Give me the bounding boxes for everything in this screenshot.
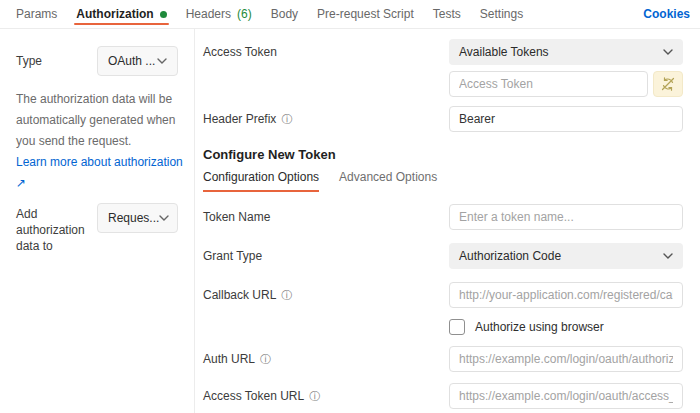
auth-type-label: Type	[16, 54, 42, 68]
request-tab-bar: Params Authorization Headers (6) Body Pr…	[0, 0, 700, 29]
auth-type-value: OAuth ...	[108, 54, 155, 68]
info-icon: ⓘ	[281, 290, 292, 301]
add-auth-data-dropdown[interactable]: Reques...	[97, 203, 178, 233]
info-icon: ⓘ	[309, 391, 320, 402]
grant-type-label: Grant Type	[203, 249, 449, 263]
configure-new-token-heading: Configure New Token	[203, 147, 683, 162]
authorize-browser-row: Authorize using browser	[203, 319, 683, 335]
add-auth-data-label: Add authorization data to	[16, 203, 97, 254]
tab-authorization[interactable]: Authorization	[76, 0, 166, 28]
authorize-browser-checkbox[interactable]	[449, 319, 465, 335]
tab-label: Pre-request Script	[317, 7, 414, 21]
callback-url-row: Callback URL ⓘ	[203, 282, 683, 308]
access-token-url-label: Access Token URL ⓘ	[203, 389, 449, 403]
learn-more-authorization-link[interactable]: Learn more about authorization ↗	[16, 152, 188, 194]
tab-pre-request-script[interactable]: Pre-request Script	[317, 0, 414, 28]
sync-token-disabled-button[interactable]	[653, 71, 683, 97]
header-prefix-input[interactable]	[449, 106, 683, 132]
available-tokens-value: Available Tokens	[459, 45, 549, 59]
auth-description-text: The authorization data will be automatic…	[16, 92, 175, 148]
grant-type-dropdown[interactable]: Authorization Code	[449, 243, 683, 269]
access-token-label: Access Token	[203, 45, 449, 59]
oauth-config-panel: Access Token Available Tokens	[195, 29, 700, 413]
tab-label: Body	[271, 7, 298, 21]
available-tokens-dropdown[interactable]: Available Tokens	[449, 39, 683, 65]
access-token-input[interactable]	[449, 71, 648, 97]
token-name-input[interactable]	[449, 204, 683, 230]
tab-body[interactable]: Body	[271, 0, 298, 28]
sync-disabled-icon	[660, 76, 676, 92]
headers-count-badge: (6)	[237, 7, 252, 21]
info-icon: ⓘ	[260, 354, 271, 365]
header-prefix-label: Header Prefix ⓘ	[203, 112, 449, 126]
tab-label: Headers	[186, 7, 231, 21]
tabbar-spacer	[542, 0, 643, 28]
subtab-configuration-options[interactable]: Configuration Options	[203, 170, 319, 192]
access-token-url-row: Access Token URL ⓘ	[203, 383, 683, 409]
tab-params[interactable]: Params	[16, 0, 57, 28]
tab-label: Params	[16, 7, 57, 21]
access-token-row: Access Token Available Tokens	[203, 39, 683, 65]
tab-label: Tests	[433, 7, 461, 21]
auth-url-label-text: Auth URL	[203, 352, 255, 366]
auth-description: The authorization data will be automatic…	[16, 89, 188, 194]
token-name-label: Token Name	[203, 210, 449, 224]
auth-type-row: Type OAuth ...	[16, 46, 178, 76]
auth-url-input[interactable]	[449, 346, 683, 372]
tab-label: Authorization	[76, 7, 153, 21]
callback-url-label-text: Callback URL	[203, 288, 276, 302]
chevron-down-icon	[157, 58, 167, 64]
tab-headers[interactable]: Headers (6)	[186, 0, 252, 28]
authorize-browser-label: Authorize using browser	[475, 320, 604, 334]
cookies-link[interactable]: Cookies	[643, 0, 690, 28]
callback-url-label: Callback URL ⓘ	[203, 288, 449, 302]
auth-type-dropdown[interactable]: OAuth ...	[97, 46, 178, 76]
access-token-url-label-text: Access Token URL	[203, 389, 304, 403]
access-token-input-row	[203, 71, 683, 97]
add-auth-data-value: Reques...	[108, 211, 159, 225]
info-icon: ⓘ	[281, 114, 292, 125]
token-config-subtabs: Configuration Options Advanced Options	[203, 170, 683, 192]
tab-label: Settings	[480, 7, 523, 21]
token-name-row: Token Name	[203, 204, 683, 230]
subtab-advanced-options[interactable]: Advanced Options	[339, 170, 437, 192]
add-auth-data-row: Add authorization data to Reques...	[16, 203, 178, 254]
chevron-down-icon	[663, 49, 673, 55]
access-token-url-input[interactable]	[449, 383, 683, 409]
tab-tests[interactable]: Tests	[433, 0, 461, 28]
auth-configured-dot-icon	[160, 11, 167, 18]
grant-type-row: Grant Type Authorization Code	[203, 243, 683, 269]
header-prefix-label-text: Header Prefix	[203, 112, 276, 126]
callback-url-input[interactable]	[449, 282, 683, 308]
auth-url-label: Auth URL ⓘ	[203, 352, 449, 366]
chevron-down-icon	[159, 215, 169, 221]
chevron-down-icon	[663, 253, 673, 259]
auth-sidebar: Type OAuth ... The authorization data wi…	[0, 29, 195, 413]
auth-url-row: Auth URL ⓘ	[203, 346, 683, 372]
grant-type-value: Authorization Code	[459, 249, 561, 263]
tab-settings[interactable]: Settings	[480, 0, 523, 28]
authorization-panel: Type OAuth ... The authorization data wi…	[0, 29, 700, 413]
active-tab-underline	[74, 23, 168, 25]
header-prefix-row: Header Prefix ⓘ	[203, 106, 683, 132]
